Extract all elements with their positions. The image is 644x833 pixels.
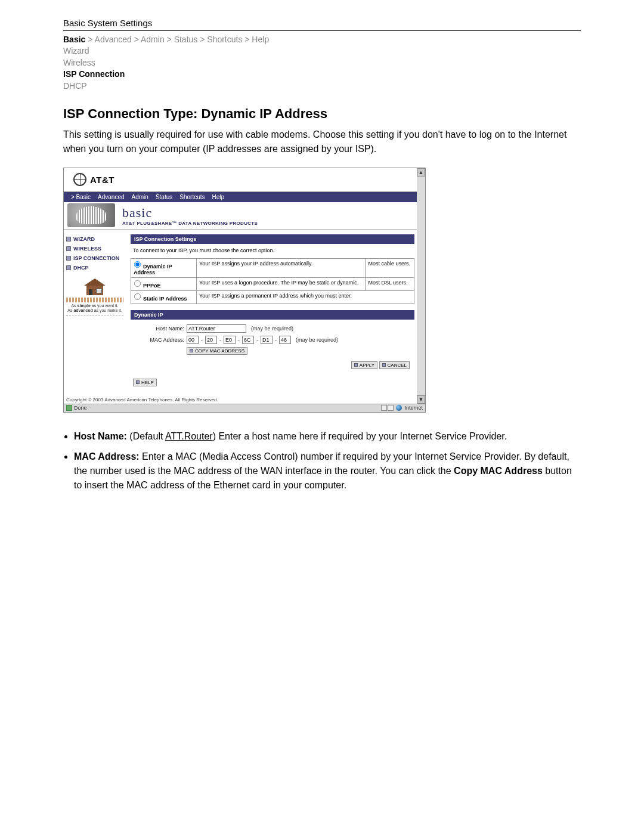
instruction-list: Host Name: (Default ATT.Router) Enter a … bbox=[74, 429, 581, 493]
table-row: Dynamic IP Address Your ISP assigns your… bbox=[131, 258, 414, 277]
mac-label: MAC Address: bbox=[133, 337, 184, 343]
default-underline: ATT.Router bbox=[165, 431, 213, 441]
left-nav: Wizard Wireless ISP Connection DHCP bbox=[63, 45, 581, 92]
banner-small: AT&T PLUG&SHARE™ DATA NETWORKING PRODUCT… bbox=[122, 221, 258, 226]
panel-subheader: Dynamic IP bbox=[131, 310, 414, 320]
intro-text: This setting is usually required for use… bbox=[63, 128, 581, 155]
isp-options-table: Dynamic IP Address Your ISP assigns your… bbox=[131, 258, 414, 304]
host-name-input[interactable] bbox=[187, 324, 246, 333]
sidemenu-dhcp[interactable]: DHCP bbox=[66, 263, 123, 272]
banner-big: basic bbox=[122, 205, 258, 221]
topnav-basic[interactable]: > Basic bbox=[69, 194, 93, 200]
btn-dot-icon bbox=[354, 363, 358, 367]
sidemenu-isp[interactable]: ISP CONNECTION bbox=[66, 253, 123, 263]
opt-dynamic-note: Most cable users. bbox=[366, 258, 414, 277]
status-bar: Done Internet bbox=[64, 404, 425, 412]
nav-dhcp: DHCP bbox=[63, 80, 581, 92]
form-area: Host Name: (may be required) MAC Address… bbox=[131, 320, 414, 391]
bullet-icon bbox=[66, 246, 71, 251]
radio-static[interactable] bbox=[134, 293, 141, 300]
btn-dot-icon bbox=[190, 349, 193, 352]
promo-line2: As advanced as you make it. bbox=[66, 308, 123, 313]
opt-dynamic-desc: Your ISP assigns your IP address automat… bbox=[197, 258, 366, 277]
host-hint: (may be required) bbox=[251, 326, 293, 332]
opt-static-desc: Your ISP assigns a permanent IP address … bbox=[197, 290, 414, 304]
topnav-shortcuts[interactable]: Shortcuts bbox=[177, 194, 207, 200]
status-done: Done bbox=[74, 405, 87, 411]
nav-wizard: Wizard bbox=[63, 45, 581, 57]
topnav-status[interactable]: Status bbox=[153, 194, 175, 200]
house-icon bbox=[84, 278, 106, 295]
opt-pppoe-label: PPPoE bbox=[143, 283, 161, 289]
panel: ISP Connection Settings To connect to yo… bbox=[131, 234, 414, 391]
panel-text: To connect to your ISP, you must choose … bbox=[131, 244, 414, 258]
globe-icon bbox=[73, 173, 86, 186]
mac-address-label: MAC Address: bbox=[74, 451, 140, 462]
nav-isp: ISP Connection bbox=[63, 69, 581, 80]
opt-static-label: Static IP Address bbox=[143, 296, 187, 302]
page-header: Basic System Settings bbox=[63, 18, 581, 31]
internet-icon bbox=[396, 405, 402, 411]
scrollbar-up-icon[interactable]: ▲ bbox=[417, 168, 425, 176]
mac-input-1[interactable] bbox=[187, 336, 199, 344]
copy-mac-text: Copy MAC Address bbox=[454, 466, 543, 476]
panel-header: ISP Connection Settings bbox=[131, 234, 414, 244]
sidemenu: WIZARD WIRELESS ISP CONNECTION DHCP As s… bbox=[66, 234, 123, 391]
mac-input-5[interactable] bbox=[261, 336, 273, 344]
bullet-icon bbox=[66, 256, 71, 261]
done-icon bbox=[66, 405, 72, 411]
zone-boxes-icon bbox=[381, 405, 394, 411]
mac-hint: (may be required) bbox=[296, 337, 338, 343]
breadcrumb: Basic > Advanced > Admin > Status > Shor… bbox=[63, 35, 581, 44]
radio-pppoe[interactable] bbox=[134, 280, 141, 287]
promo-line1: As simple as you want it. bbox=[66, 304, 123, 308]
side-promo: As simple as you want it. As advanced as… bbox=[66, 278, 123, 315]
bullet-icon bbox=[66, 237, 71, 241]
opt-pppoe-desc: Your ISP uses a logon procedure. The IP … bbox=[197, 277, 366, 290]
topnav: > Basic Advanced Admin Status Shortcuts … bbox=[64, 192, 417, 202]
mac-input-3[interactable] bbox=[224, 336, 236, 344]
bullet-icon bbox=[66, 265, 71, 270]
help-button[interactable]: HELP bbox=[133, 379, 157, 386]
scrollbar-down-icon[interactable]: ▼ bbox=[417, 395, 425, 404]
promo-bars-icon bbox=[66, 298, 123, 302]
cancel-button[interactable]: CANCEL bbox=[379, 361, 410, 369]
screenshot: ▲ ▼ AT&T > Basic Advanced Admin Status S… bbox=[63, 168, 426, 413]
copyright: Copyright © 2003 Advanced American Telep… bbox=[64, 395, 417, 404]
table-row: Static IP Address Your ISP assigns a per… bbox=[131, 290, 414, 304]
brand-text: AT&T bbox=[90, 175, 114, 185]
mac-input-4[interactable] bbox=[242, 336, 254, 344]
btn-dot-icon bbox=[382, 363, 386, 367]
mac-input-2[interactable] bbox=[205, 336, 217, 344]
status-internet: Internet bbox=[404, 405, 423, 411]
nav-wireless: Wireless bbox=[63, 57, 581, 69]
radio-dynamic[interactable] bbox=[134, 261, 141, 268]
breadcrumb-basic: Basic bbox=[63, 35, 85, 44]
btn-dot-icon bbox=[136, 380, 140, 384]
copy-mac-button[interactable]: COPY MAC ADDRESS bbox=[187, 347, 247, 355]
list-item: Host Name: (Default ATT.Router) Enter a … bbox=[74, 429, 581, 444]
breadcrumb-rest: > Advanced > Admin > Status > Shortcuts … bbox=[85, 35, 269, 44]
topnav-admin[interactable]: Admin bbox=[129, 194, 151, 200]
opt-pppoe-note: Most DSL users. bbox=[366, 277, 414, 290]
list-item: MAC Address: Enter a MAC (Media Access C… bbox=[74, 450, 581, 493]
page-title: ISP Connection Type: Dynamic IP Address bbox=[63, 106, 581, 122]
banner: basic AT&T PLUG&SHARE™ DATA NETWORKING P… bbox=[64, 202, 417, 230]
banner-image bbox=[67, 203, 115, 227]
apply-button[interactable]: APPLY bbox=[351, 361, 377, 369]
table-row: PPPoE Your ISP uses a logon procedure. T… bbox=[131, 277, 414, 290]
host-label: Host Name: bbox=[133, 326, 184, 332]
sidemenu-wizard[interactable]: WIZARD bbox=[66, 234, 123, 244]
brand-bar: AT&T bbox=[64, 168, 417, 192]
topnav-advanced[interactable]: Advanced bbox=[95, 194, 126, 200]
sidemenu-wireless[interactable]: WIRELESS bbox=[66, 244, 123, 253]
host-name-label: Host Name: bbox=[74, 431, 127, 441]
topnav-help[interactable]: Help bbox=[210, 194, 227, 200]
mac-input-6[interactable] bbox=[279, 336, 291, 344]
